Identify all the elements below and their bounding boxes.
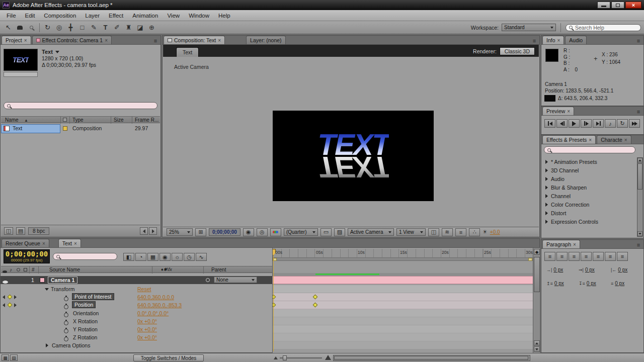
- scroll-up-icon[interactable]: [637, 158, 642, 163]
- region-of-interest-icon[interactable]: ▭: [320, 228, 332, 236]
- space-after-field[interactable]: 0 px: [587, 281, 596, 286]
- first-frame-button[interactable]: [544, 119, 555, 128]
- motion-blur-icon[interactable]: ◉: [159, 253, 171, 261]
- scroll-right-icon[interactable]: [149, 227, 157, 235]
- column-switches[interactable]: ♦✱\fx: [161, 267, 172, 272]
- timeline-button-icon[interactable]: ≡: [455, 228, 466, 236]
- previous-keyframe-icon[interactable]: [3, 295, 5, 299]
- property-point-of-interest[interactable]: Point of Interest 640.0,360.0,0.0: [1, 293, 272, 301]
- viewer-timecode-button[interactable]: 0;00;00;00: [209, 228, 240, 236]
- menu-animation[interactable]: Animation: [128, 13, 163, 19]
- twirl-icon[interactable]: [46, 343, 48, 347]
- align-center-button[interactable]: [556, 252, 568, 261]
- parent-dropdown[interactable]: None: [214, 277, 257, 283]
- panel-menu-icon[interactable]: [634, 38, 642, 44]
- align-left-button[interactable]: [544, 252, 555, 261]
- timeline-search-field[interactable]: [53, 253, 117, 260]
- panel-menu-icon[interactable]: [634, 242, 642, 248]
- next-keyframe-icon[interactable]: [14, 295, 17, 299]
- unified-camera-tool[interactable]: ◎: [54, 23, 64, 33]
- tab-info[interactable]: Info: [542, 36, 564, 44]
- orientation-value[interactable]: 0.0°,0.0°,0.0°: [137, 310, 169, 316]
- justify-last-left-button[interactable]: [581, 252, 592, 261]
- brainstorm-icon[interactable]: ☼: [172, 253, 183, 261]
- align-right-button[interactable]: [569, 252, 580, 261]
- column-size[interactable]: Size: [114, 117, 123, 123]
- flyout-icon[interactable]: [55, 51, 59, 53]
- auto-keyframe-icon[interactable]: ◷: [184, 253, 195, 261]
- column-name[interactable]: Name: [5, 117, 19, 123]
- tab-effects-presets[interactable]: Effects & Presets: [542, 135, 596, 144]
- close-icon[interactable]: [218, 37, 221, 43]
- twirl-icon[interactable]: [545, 220, 548, 224]
- menu-composition[interactable]: Composition: [39, 13, 80, 19]
- menu-window[interactable]: Window: [184, 13, 214, 19]
- effects-category[interactable]: 3D Channel: [542, 166, 636, 174]
- first-line-indent-field[interactable]: 0 px: [585, 267, 595, 273]
- justify-last-right-button[interactable]: [605, 252, 616, 261]
- tab-preview[interactable]: Preview: [542, 107, 574, 115]
- scrollbar-thumb[interactable]: [534, 257, 540, 292]
- comp-flowchart-icon[interactable]: ∴: [469, 228, 480, 236]
- stopwatch-icon[interactable]: [64, 305, 68, 309]
- timeline-zoom-out-icon[interactable]: [274, 356, 278, 359]
- indent-left-field[interactable]: 0 px: [553, 267, 563, 273]
- tab-audio[interactable]: Audio: [565, 36, 587, 44]
- panel-menu-icon[interactable]: [151, 38, 159, 44]
- column-source-name[interactable]: Source Name: [49, 267, 80, 273]
- column-parent[interactable]: Parent: [211, 267, 226, 273]
- minimize-button[interactable]: [597, 2, 610, 9]
- mask-shape-tool[interactable]: □: [77, 23, 88, 33]
- previous-frame-button[interactable]: [556, 119, 568, 128]
- selected-item-name[interactable]: Text: [42, 49, 53, 55]
- tab-timeline-text[interactable]: Text: [58, 239, 81, 247]
- close-icon[interactable]: [24, 37, 27, 43]
- brush-tool[interactable]: ✐: [112, 23, 122, 33]
- tab-layer-none[interactable]: Layer: (none): [246, 36, 285, 44]
- hide-shy-layers-icon[interactable]: ◔: [135, 253, 146, 261]
- column-divider[interactable]: [69, 117, 70, 124]
- project-search-field[interactable]: [4, 102, 157, 109]
- timeline-horizontal-scrollbar[interactable]: [333, 355, 530, 361]
- choose-grid-icon[interactable]: ⊞: [195, 228, 206, 236]
- effects-category[interactable]: Audio: [542, 174, 636, 183]
- timeline-track-area[interactable]: :00s 05s 10s 15s 20s 25s 30s: [272, 248, 533, 353]
- tab-paragraph[interactable]: Paragraph: [542, 240, 580, 248]
- stopwatch-icon[interactable]: [64, 329, 68, 333]
- close-icon[interactable]: [557, 37, 560, 43]
- menu-view[interactable]: View: [163, 13, 184, 19]
- stopwatch-icon[interactable]: [64, 337, 68, 341]
- scrollbar-thumb[interactable]: [334, 356, 528, 360]
- panel-menu-icon[interactable]: [530, 38, 538, 44]
- work-area-bar[interactable]: [273, 258, 533, 261]
- scroll-down-icon[interactable]: [534, 346, 540, 352]
- indent-right-field[interactable]: 0 px: [618, 267, 627, 273]
- effects-category[interactable]: Channel: [542, 192, 636, 200]
- exposure-icon[interactable]: ☀: [482, 229, 488, 235]
- timeline-zoom-in-icon[interactable]: [325, 355, 331, 360]
- comp-marker-bin-icon[interactable]: ◆: [534, 249, 540, 255]
- keyframe-toggle-icon[interactable]: [8, 303, 13, 308]
- clone-stamp-tool[interactable]: ♜: [123, 23, 134, 33]
- menu-layer[interactable]: Layer: [80, 13, 104, 19]
- tab-character[interactable]: Characte: [597, 135, 631, 144]
- frame-blending-icon[interactable]: ▦: [147, 253, 158, 261]
- snapshot-icon[interactable]: ◉: [243, 228, 254, 236]
- composition-viewer[interactable]: Active Camera TEXT TEXT: [163, 57, 539, 227]
- puppet-pin-tool[interactable]: ⊕: [146, 23, 157, 33]
- menu-effect[interactable]: Effect: [104, 13, 128, 19]
- graph-editor-icon[interactable]: ∿: [196, 253, 207, 261]
- item-thumbnail[interactable]: TEXT: [4, 49, 38, 71]
- layer-name[interactable]: Camera 1: [48, 277, 77, 284]
- x-rotation-value[interactable]: 0x +0.0°: [137, 318, 157, 324]
- twirl-icon[interactable]: [545, 194, 548, 198]
- y-rotation-value[interactable]: 0x +0.0°: [137, 326, 157, 332]
- position-label[interactable]: Position: [72, 301, 96, 308]
- scroll-left-icon[interactable]: [140, 227, 148, 235]
- audio-toggle-button[interactable]: ♪: [605, 119, 616, 128]
- twirl-icon[interactable]: [545, 177, 548, 181]
- stopwatch-icon[interactable]: [64, 297, 68, 301]
- twirl-icon[interactable]: [545, 168, 548, 172]
- scrollbar-thumb[interactable]: [637, 163, 642, 190]
- transform-reset[interactable]: Reset: [137, 286, 151, 292]
